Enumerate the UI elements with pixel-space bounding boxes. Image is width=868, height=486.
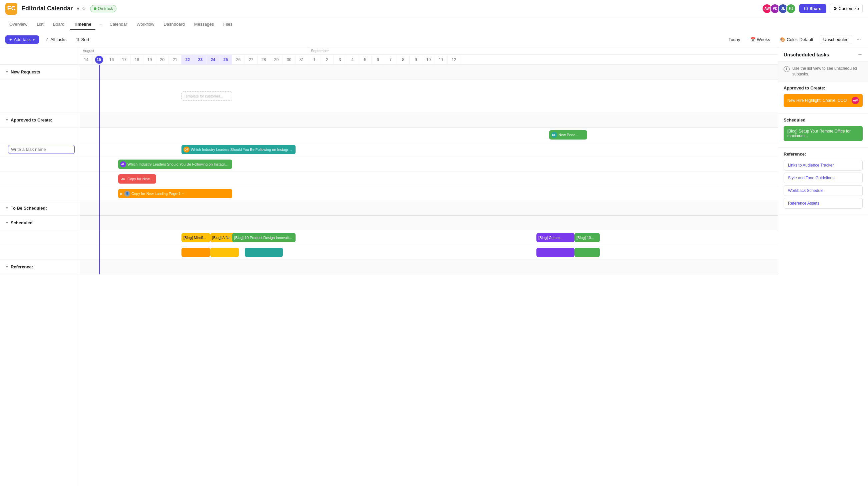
gantt-bar[interactable]: DFNew Podc... [549, 130, 587, 140]
gantt-label-col: ▼ New Requests▼ Approved to Create:▼ To … [0, 65, 80, 486]
today-label: Today [728, 37, 740, 42]
tab-files[interactable]: Files [219, 19, 236, 30]
star-icon[interactable]: ☆ [82, 5, 86, 12]
calendar-icon: 📅 [750, 37, 755, 42]
group-scheduled[interactable]: ▼ Scheduled [0, 216, 80, 230]
tab-messages[interactable]: Messages [190, 19, 218, 30]
panel-card[interactable]: New Hire Highlight: Charlie, COOAW [784, 94, 863, 107]
gantt-bar[interactable]: Template for customer...Due 24 Aug [182, 91, 232, 101]
info-icon: ℹ [784, 66, 789, 72]
gantt-bar[interactable] [245, 248, 283, 257]
tab-timeline[interactable]: Timeline [70, 19, 95, 30]
month-row: AugustSeptember [80, 48, 778, 55]
day-cell-20: 20 [156, 55, 169, 64]
gantt-bar[interactable] [536, 248, 575, 257]
gantt-group-bg [80, 260, 778, 275]
tab-list[interactable]: List [33, 19, 48, 30]
reference-link[interactable]: Workback Schedule [784, 185, 863, 196]
reference-link[interactable]: Links to Audience Tracker [784, 160, 863, 171]
group-tobescheduled[interactable]: ▼ To Be Scheduled: [0, 201, 80, 216]
color-button[interactable]: 🎨 Color: Default [776, 35, 817, 44]
gantt-bar[interactable]: [Blog] Comm... [536, 233, 575, 242]
panel-card-text: New Hire Highlight: Charlie, COO [787, 98, 847, 103]
panel-title: Unscheduled tasks [784, 52, 829, 57]
nav-tabs: OverviewListBoardTimeline···CalendarWork… [0, 17, 868, 32]
day-cell-12: 12 [448, 55, 460, 64]
day-cell-24: 24 [207, 55, 219, 64]
day-cell-25: 25 [219, 55, 232, 64]
group-approvedtocreate[interactable]: ▼ Approved to Create: [0, 113, 80, 127]
date-header: AugustSeptember1415161718192021222324252… [0, 48, 778, 65]
day-cell-17: 17 [118, 55, 131, 64]
panel-card[interactable]: [Blog] Setup Your Remote Office for maxi… [784, 126, 863, 141]
gantt-bar[interactable]: [Blog] 10... [575, 233, 600, 242]
bar-label: Which Industry Leaders Should You Be Fol… [127, 162, 230, 166]
gantt-bar[interactable]: [Blog] 10 Product Design Innovation... [232, 233, 296, 242]
gantt-scroll-col[interactable]: Template for customer...Due 24 AugDFNew … [80, 65, 778, 486]
gantt-group-bg [80, 216, 778, 230]
panel-section: Approved to Create:New Hire Highlight: C… [778, 81, 868, 113]
header-icons: ▾ ☆ [77, 5, 86, 12]
gantt-bar[interactable]: DFWhich Industry Leaders Should You Be F… [182, 145, 296, 154]
more-button[interactable]: ··· [855, 35, 863, 45]
panel-info: ℹ Use the list view to see unscheduled s… [778, 62, 868, 81]
task-name-input[interactable] [8, 145, 75, 154]
gantt-task-row: ALWhich Industry Leaders Should You Be F… [80, 157, 778, 172]
add-task-chevron: ▾ [33, 37, 35, 42]
tab-more-icon[interactable]: ··· [97, 21, 104, 28]
tab-board[interactable]: Board [49, 19, 68, 30]
date-header-scroll: AugustSeptember1415161718192021222324252… [80, 48, 778, 64]
gantt-body: ▼ New Requests▼ Approved to Create:▼ To … [0, 65, 778, 486]
tab-dashboard[interactable]: Dashboard [159, 19, 189, 30]
unscheduled-button[interactable]: Unscheduled [819, 35, 852, 44]
day-cell-23: 23 [194, 55, 207, 64]
gantt-task-row: JCCopy for New Landing Page [80, 172, 778, 186]
gantt-bar[interactable]: ALWhich Industry Leaders Should You Be F… [118, 160, 232, 169]
task-label-row [0, 230, 80, 245]
plus-icon: + [9, 37, 12, 42]
day-cell-14: 14 [80, 55, 93, 64]
bar-label: Template for customer... [184, 94, 223, 98]
gantt-bar[interactable] [182, 248, 210, 257]
sort-button[interactable]: ⇅ Sort [73, 35, 93, 44]
gantt-bar[interactable] [210, 248, 239, 257]
day-cell-19: 19 [144, 55, 156, 64]
weeks-button[interactable]: 📅 Weeks [747, 35, 774, 44]
sort-icon: ⇅ [76, 37, 80, 42]
group-reference[interactable]: ▼ Reference: [0, 260, 80, 275]
gantt-task-row [80, 245, 778, 260]
panel-section: Scheduled[Blog] Setup Your Remote Office… [778, 113, 868, 147]
panel-section-title: Scheduled [784, 117, 863, 122]
customize-button[interactable]: ⚙ Customize [830, 4, 863, 13]
reference-link[interactable]: Reference Assets [784, 198, 863, 209]
panel-close-icon[interactable]: → [857, 51, 863, 57]
gantt-bar[interactable]: JCCopy for New Landing Page [118, 174, 156, 183]
bar-label: [Blog] A flat... [212, 236, 234, 240]
tab-calendar[interactable]: Calendar [105, 19, 131, 30]
bar-label: [Blog] Comm... [538, 236, 563, 240]
gantt-bar[interactable]: [Blog] Mindf... [182, 233, 210, 242]
day-cell-6: 6 [372, 55, 384, 64]
gantt-task-row: [Blog] Mindf...[Blog] A flat...[Blog] 10… [80, 230, 778, 245]
day-cell-29: 29 [270, 55, 283, 64]
tab-workflow[interactable]: Workflow [132, 19, 158, 30]
add-task-button[interactable]: + Add task ▾ [5, 35, 39, 44]
chevron-down-icon[interactable]: ▾ [77, 5, 80, 12]
status-badge[interactable]: On track [90, 5, 117, 12]
check-icon: ✓ [45, 37, 49, 42]
reference-link[interactable]: Style and Tone Guidelines [784, 173, 863, 183]
bar-avatar: DF [551, 132, 557, 138]
task-label-row [0, 142, 80, 157]
task-label-row [0, 186, 80, 201]
today-button[interactable]: Today [725, 35, 744, 44]
share-button[interactable]: ⬡ Share [799, 4, 826, 13]
gantt-bar[interactable] [575, 248, 600, 257]
gantt-bar[interactable]: ▶👤Copy for New Landing Page 1 ↔ [118, 189, 232, 198]
day-cell-4: 4 [346, 55, 359, 64]
all-tasks-button[interactable]: ✓ All tasks [42, 35, 70, 44]
group-newrequests[interactable]: ▼ New Requests [0, 65, 80, 80]
bar-avatar: DF [184, 146, 189, 152]
status-label: On track [98, 6, 113, 11]
tab-overview[interactable]: Overview [5, 19, 31, 30]
group-name: New Requests [11, 69, 40, 75]
